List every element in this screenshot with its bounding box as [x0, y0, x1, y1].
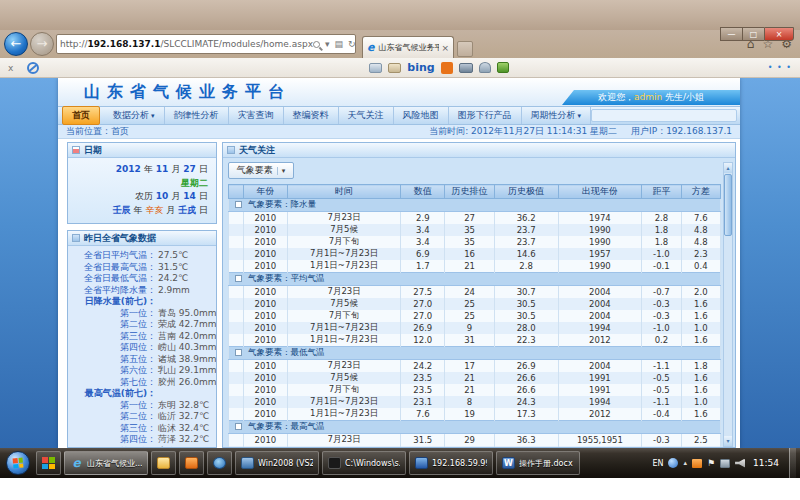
section-expand-checkbox[interactable] [235, 275, 242, 282]
cell-7: 1.8 [681, 360, 720, 373]
cell-2: 27.0 [401, 298, 445, 310]
refresh-icon[interactable]: ↻ [348, 39, 356, 49]
taskbar-button-app-orange[interactable] [179, 451, 204, 475]
language-indicator[interactable]: EN [652, 459, 663, 468]
cell-4: 26.6 [494, 372, 558, 384]
table-row: 20107月1日~7月23日6.91614.61957-1.02.3 [229, 248, 721, 260]
section-expand-checkbox[interactable] [235, 349, 242, 356]
table-row: 20101月1日~7月23日12.03122.320120.21.6 [229, 334, 721, 347]
minimize-button[interactable]: — [720, 27, 742, 41]
screen: — □ × ← → http://192.168.137.1/SLCCLIMAT… [0, 0, 800, 500]
status-row: 当前位置：首页 当前时间: 2012年11月27日 11:14:31 星期二 用… [58, 125, 740, 139]
nav-item-0[interactable]: 首页 [62, 106, 100, 125]
more-options-icon[interactable]: • • • [768, 63, 792, 72]
close-button[interactable]: × [764, 27, 794, 41]
row-spacer [229, 260, 244, 273]
tray-expand-icon[interactable]: ▴ [683, 459, 687, 467]
nav-item-2[interactable]: 韵律性分析 [165, 107, 229, 124]
taskbar-button-app-grid[interactable] [36, 451, 61, 475]
tray-app-icon[interactable] [692, 459, 702, 468]
scrollbar-thumb[interactable] [724, 174, 732, 236]
cell-2: 7.6 [401, 408, 445, 421]
cell-5: 1990 [558, 260, 642, 273]
show-desktop-button[interactable] [789, 448, 796, 478]
stat-value: 乳山 29.1mm [156, 365, 216, 377]
taskbar-button-remote[interactable]: 192.168.59.99... [409, 451, 493, 475]
taskbar-button-window[interactable]: Win2008 (VS2... [235, 451, 319, 475]
section-header-row: 气象要素：降水量 [229, 199, 721, 212]
section-expand-checkbox[interactable] [235, 423, 242, 430]
scrollbar-track[interactable] [724, 173, 732, 436]
forward-button[interactable]: → [30, 32, 54, 56]
chevron-down-icon[interactable]: ▾ [325, 39, 330, 49]
back-button[interactable]: ← [4, 32, 28, 56]
nav-item-5[interactable]: 天气关注 [339, 107, 394, 124]
cell-3: 17 [445, 360, 494, 373]
taskbar-button-word[interactable]: W操作手册.docx ... [496, 451, 580, 475]
cell-0: 2010 [243, 334, 287, 347]
page-title: 山东省气候业务平台 [84, 82, 291, 103]
maximize-button[interactable]: □ [742, 27, 764, 41]
nav-item-3[interactable]: 灾害查询 [229, 107, 284, 124]
cell-7: 1.6 [681, 372, 720, 384]
search-icon[interactable] [313, 41, 320, 48]
section-header-row: 气象要素：最低气温 [229, 347, 721, 360]
report-icon [72, 234, 80, 242]
cell-1: 7月23日 [288, 360, 401, 373]
camera-icon[interactable] [459, 63, 473, 73]
mail-icon[interactable] [369, 63, 382, 73]
ime-icon[interactable] [668, 458, 678, 468]
cell-3: 24 [445, 286, 494, 299]
window-controls: — □ × [720, 27, 794, 41]
cell-1: 1月1日~7月23日 [288, 408, 401, 421]
rank-item-0-3: 第四位：崂山 40.3mm [68, 342, 214, 354]
browser-tab[interactable]: e 山东省气候业务平... × [362, 36, 454, 58]
cell-6: -1.0 [642, 248, 681, 260]
cell-6: 1.8 [642, 236, 681, 248]
action-center-flag-icon[interactable]: ⚑ [707, 459, 715, 468]
cell-5: 2004 [558, 298, 642, 310]
network-icon[interactable] [720, 459, 730, 468]
taskbar-button-ie[interactable]: e山东省气候业... [64, 451, 148, 475]
taskbar-button-media-player[interactable] [207, 451, 232, 475]
nav-item-7[interactable]: 图形下行产品 [449, 107, 522, 124]
scroll-up-icon[interactable]: ▴ [724, 163, 732, 173]
card-icon[interactable] [388, 63, 401, 73]
cell-0: 2010 [243, 212, 287, 225]
nav-item-8[interactable]: 周期性分析▾ [522, 107, 592, 124]
row-spacer [229, 322, 244, 334]
bing-logo[interactable]: bing [407, 61, 434, 74]
table-row: 20107月1日~7月23日23.1824.31994-1.11.0 [229, 396, 721, 408]
stat-value: 2.9mm [156, 285, 214, 297]
wrench-icon[interactable] [479, 62, 491, 73]
volume-icon[interactable] [735, 459, 745, 468]
nav-item-4[interactable]: 整编资料 [284, 107, 339, 124]
address-bar[interactable]: http://192.168.137.1/SLCCLIMATE/modules/… [56, 34, 356, 54]
nav-item-6[interactable]: 风险地图 [394, 107, 449, 124]
chevron-down-icon: ▾ [277, 167, 286, 175]
section-expand-checkbox[interactable] [235, 201, 242, 208]
scroll-down-icon[interactable]: ▾ [724, 436, 732, 446]
new-tab-button[interactable] [457, 41, 473, 57]
start-button[interactable] [6, 451, 30, 475]
puzzle-addon-icon[interactable] [497, 62, 509, 73]
cell-1: 7月23日 [288, 434, 401, 447]
stat-label: 第一位： [68, 400, 156, 412]
nav-item-1[interactable]: 数据分析▾ [104, 107, 165, 124]
bing-search-badge-icon[interactable] [441, 62, 453, 74]
rank-item-0-1: 第二位：荣成 42.7mm [68, 319, 214, 331]
stat-label: 第三位： [68, 423, 156, 435]
vertical-scrollbar[interactable]: ▴ ▾ [723, 162, 733, 447]
cell-4: 28.0 [494, 322, 558, 334]
compat-page-icon[interactable]: ▤ [335, 39, 344, 49]
element-filter-button[interactable]: 气象要素 ▾ [228, 162, 294, 179]
cell-2: 3.4 [401, 224, 445, 236]
taskbar-button-folder[interactable] [151, 451, 176, 475]
clock[interactable]: 11:54 [753, 458, 779, 468]
addon-close-icon[interactable]: x [8, 63, 13, 73]
taskbar-button-cmd[interactable]: C:\Windows\s... [322, 451, 406, 475]
cell-1: 7月下旬 [288, 310, 401, 322]
tab-close-icon[interactable]: × [441, 43, 449, 53]
cell-3: 19 [445, 408, 494, 421]
row-spacer [229, 212, 244, 225]
